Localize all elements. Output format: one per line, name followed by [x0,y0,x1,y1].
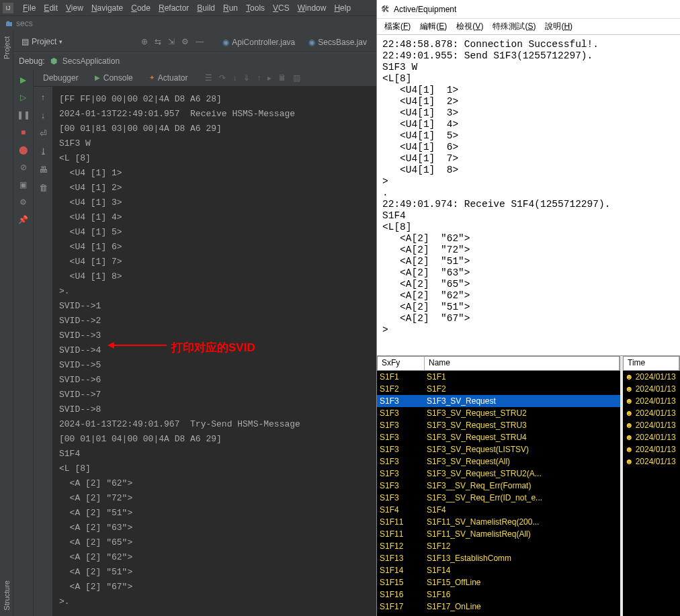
wrap-icon[interactable]: ⏎ [40,128,47,138]
tab-console[interactable]: ▶Console [88,71,140,85]
pin-icon[interactable]: 📌 [18,214,29,225]
time-row[interactable]: ☻2024/01/13 [623,431,680,443]
col-time[interactable]: Time [624,357,679,370]
table-row[interactable]: S1F3S1F3__SV_Req_Err(Format) [377,480,620,492]
time-row[interactable]: ☻2024/01/13 [623,395,680,407]
project-icon: ▤ [22,37,29,46]
table-row[interactable]: S1F3S1F3_SV_Request [377,395,620,407]
console-line: <A [2] "51"> [59,565,370,580]
camera-icon[interactable]: ▣ [18,179,29,190]
step-out-icon[interactable]: ↑ [257,73,261,83]
file-tab-api[interactable]: ◉ ApiController.java [216,34,302,50]
table-row[interactable]: S1F4S1F4 [377,504,620,516]
menu-build[interactable]: Build [193,2,219,14]
eq-menu[interactable]: 特殊測試(S) [489,20,539,33]
menu-vcs[interactable]: VCS [269,2,294,14]
menu-view[interactable]: View [62,2,87,14]
file-tab-secsbase[interactable]: ◉ SecsBase.jav [302,34,374,50]
target-icon[interactable]: ⊕ [141,37,148,46]
table-row[interactable]: S1F17S1F17_OnLine [377,601,620,613]
step-toolbar: ☰ ↷ ↓ ⇓ ↑ ▸ 🖩 ▥ [205,73,300,83]
console-line: <A [2] "72"> [59,491,370,506]
table-row[interactable]: S1F12S1F12 [377,540,620,552]
console-line: SVID-->1 [59,299,370,314]
eq-menu[interactable]: 說明(H) [542,20,576,33]
console-line: 2024-01-13T22:49:01.967 Try-Send HSMS-Me… [59,417,370,432]
structure-tool-tab[interactable]: Structure [3,575,11,616]
tab-debugger[interactable]: Debugger [36,71,85,85]
col-sxfy[interactable]: SxFy [378,357,425,370]
table-row[interactable]: S1F3S1F3_SV_Request(All) [377,455,620,468]
project-dropdown[interactable]: ▤ Project ▾ [16,35,68,48]
evaluate-icon[interactable]: 🖩 [278,73,286,83]
table-row[interactable]: S1F11S1F11_SV_NamelistReq(200... [377,516,620,528]
table-row[interactable]: S1F14S1F14 [377,564,620,576]
breakpoints-icon[interactable]: ⬤ [18,144,29,155]
tab-actuator[interactable]: ✦Actuator [142,71,195,85]
clear-icon[interactable]: 🗑 [39,183,48,193]
menu-edit[interactable]: Edit [40,2,62,14]
rerun-icon[interactable]: ▶ [18,75,29,85]
table-row[interactable]: S1F3S1F3_SV_Request_STRU3 [377,419,620,431]
time-row[interactable]: ☻2024/01/13 [623,383,680,395]
equipment-window: 🛠 Active/Equipment 檔案(F)編輯(E)檢視(V)特殊測試(S… [376,0,680,616]
col-name[interactable]: Name [425,357,620,370]
force-step-icon[interactable]: ⇓ [243,73,250,83]
menu-window[interactable]: Window [294,2,331,14]
equipment-log[interactable]: 22:48:58.878: Connection Successful!. 22… [377,35,680,356]
step-icon[interactable]: ☰ [205,73,212,83]
menu-help[interactable]: Help [330,2,355,14]
up-icon[interactable]: ↑ [41,92,46,102]
time-row[interactable]: ☻2024/01/13 [623,407,680,419]
table-row[interactable]: S1F3S1F3_SV_Request_STRU4 [377,431,620,443]
scroll-end-icon[interactable]: ⤓ [40,146,47,157]
menu-refactor[interactable]: Refactor [155,2,193,14]
down-icon[interactable]: ↓ [41,110,46,120]
eq-menu[interactable]: 編輯(E) [417,20,450,33]
time-row[interactable]: ☻2024/01/13 [623,455,680,468]
console-line: <U4 [1] 5> [59,225,370,240]
step-into-icon[interactable]: ↓ [232,73,237,83]
collapse-icon[interactable]: ⇲ [168,37,175,46]
time-row[interactable]: ☻2024/01/13 [623,419,680,431]
eq-menu[interactable]: 檢視(V) [453,20,486,33]
table-row[interactable]: S1F3S1F3__SV_Req_Err(ID_not_e... [377,492,620,504]
hide-icon[interactable]: — [196,37,204,46]
menu-code[interactable]: Code [127,2,155,14]
table-row[interactable]: S1F16S1F16 [377,588,620,601]
table-row[interactable]: S1F3S1F3_SV_Request_STRU2(A... [377,468,620,480]
table-row[interactable]: S1F3S1F3_SV_Request_STRU2 [377,407,620,419]
expand-icon[interactable]: ⇆ [155,37,161,46]
project-tool-tab[interactable]: Project [3,31,11,64]
table-row[interactable]: S1F11S1F11_SV_NamelistReq(All) [377,528,620,540]
menu-navigate[interactable]: Navigate [87,2,127,14]
smiley-icon: ☻ [625,384,634,394]
toolbar-icons: ⊕ ⇆ ⇲ ⚙ — [141,37,204,46]
stop-icon[interactable]: ■ [18,127,29,138]
run-to-cursor-icon[interactable]: ▸ [267,73,271,83]
bug-icon: ⬢ [50,56,57,66]
eq-menu[interactable]: 檔案(F) [381,20,414,33]
console-line: SVID-->2 [59,314,370,328]
pause-icon[interactable]: ❚❚ [18,109,29,120]
menu-file[interactable]: File [19,2,40,14]
menu-tools[interactable]: Tools [242,2,269,14]
print-icon[interactable]: 🖶 [39,165,48,175]
table-row[interactable]: S1F13S1F13_EstablishComm [377,552,620,564]
layout-icon[interactable]: ▥ [293,73,300,83]
time-row[interactable]: ☻2024/01/13 [623,371,680,383]
time-row[interactable]: ☻2024/01/13 [623,443,680,455]
debug-label: Debug: [19,56,45,66]
table-row[interactable]: S1F3S1F3_SV_Request(LISTSV) [377,443,620,455]
table-row[interactable]: S1F15S1F15_OffLine [377,576,620,588]
gear-icon[interactable]: ⚙ [181,37,189,46]
mute-bp-icon[interactable]: ⊘ [18,162,29,173]
console-line: <U4 [1] 1> [59,166,370,181]
menu-run[interactable]: Run [219,2,242,14]
table-row[interactable]: S1F1S1F1 [377,371,620,383]
table-row[interactable]: S1F2S1F2 [377,383,620,395]
window-title: Active/Equipment [394,5,456,14]
resume-icon[interactable]: ▷ [18,92,29,103]
settings-icon[interactable]: ⚙ [18,197,29,208]
step-over-icon[interactable]: ↷ [219,73,226,83]
